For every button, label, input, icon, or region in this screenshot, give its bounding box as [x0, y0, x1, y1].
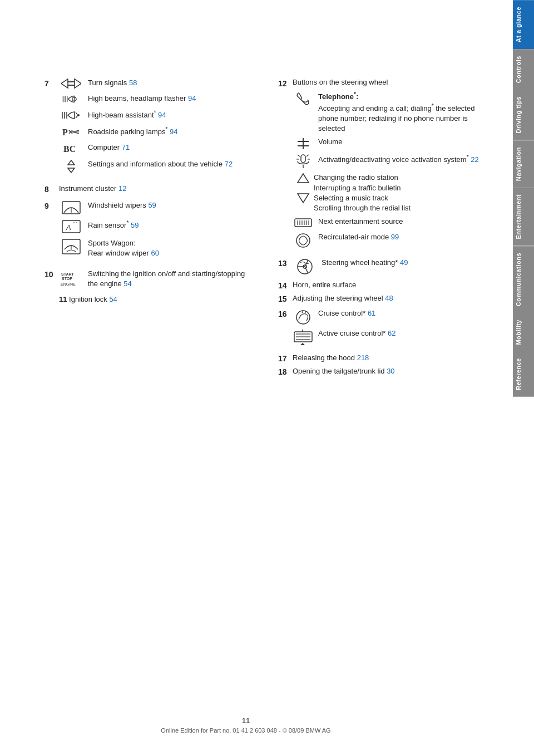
settings-row: Settings and information about the vehic…	[59, 159, 256, 174]
active-cruise-icon	[293, 328, 314, 345]
cruise-control-page[interactable]: 61	[368, 309, 375, 317]
item-10-page[interactable]: 54	[123, 279, 131, 288]
turn-signals-row: Turn signals 58	[59, 78, 256, 89]
tab-controls[interactable]: Controls	[513, 49, 534, 90]
item-16: 16	[278, 308, 496, 348]
svg-text:P: P	[62, 127, 68, 137]
item-11-page[interactable]: 54	[109, 295, 117, 303]
svg-marker-39	[298, 194, 309, 203]
item-9-number: 9	[44, 202, 56, 210]
svg-marker-38	[298, 174, 309, 183]
svg-text:BC: BC	[63, 144, 76, 154]
item-17-page[interactable]: 218	[357, 354, 369, 362]
turn-signals-text: Turn signals 58	[88, 78, 256, 88]
item-18: 18 Opening the tailgate/trunk lid 30	[278, 366, 496, 376]
main-content: 7 Turn signals 58	[0, 0, 513, 756]
rain-sensor-page[interactable]: 59	[131, 222, 139, 230]
sports-wagon-text: Sports Wagon:Rear window wiper 60	[88, 238, 256, 258]
entertainment-source-text: Next entertainment source	[318, 217, 496, 227]
cruise-control-row: Cruise control* 61	[293, 308, 496, 325]
high-beams-text: High beams, headlamp flasher 94	[88, 94, 256, 104]
computer-icon: BC	[59, 143, 83, 155]
high-beam-assist-text: High-beam assistant* 94	[88, 109, 256, 121]
voice-activation-page[interactable]: 22	[471, 156, 478, 164]
item-17-number: 17	[278, 354, 293, 363]
windshield-wipers-page[interactable]: 59	[148, 201, 156, 209]
parking-lamps-page[interactable]: 94	[170, 127, 177, 136]
cruise-control-icon	[293, 308, 314, 325]
high-beam-assist-page[interactable]: 94	[158, 111, 166, 119]
tab-at-glance[interactable]: At a glance	[513, 0, 534, 49]
active-cruise-row: Active cruise control* 62	[293, 328, 496, 345]
cruise-control-text: Cruise control* 61	[318, 308, 496, 318]
rain-sensor-icon: A	[59, 219, 83, 234]
high-beams-icon	[59, 94, 83, 105]
item-18-text: Opening the tailgate/trunk lid 30	[293, 366, 496, 376]
item-15-text: Adjusting the steering wheel 48	[293, 293, 496, 303]
footer-text: Online Edition for Part no. 01 41 2 603 …	[161, 727, 330, 734]
tab-entertainment[interactable]: Entertainment	[513, 188, 534, 246]
settings-text: Settings and information about the vehic…	[88, 159, 256, 169]
item-12-number: 12	[278, 79, 293, 88]
turn-signals-page[interactable]: 58	[129, 78, 137, 87]
svg-text:START: START	[61, 272, 75, 276]
item-13-page[interactable]: 49	[400, 258, 408, 267]
telephone-icon	[293, 91, 314, 106]
svg-marker-18	[68, 168, 75, 173]
volume-text: Volume	[318, 137, 496, 147]
item-16-content: Cruise control* 61	[293, 308, 496, 348]
parking-lamps-row: P Roadside parking lamps* 94	[59, 126, 256, 138]
tab-reference[interactable]: Reference	[513, 351, 534, 397]
tab-navigation[interactable]: Navigation	[513, 140, 534, 188]
item-7-number: 7	[44, 79, 56, 88]
item-10: 10 START STOP ENGINE Switching the ignit…	[44, 269, 256, 289]
start-stop-icon: START STOP ENGINE	[59, 269, 83, 289]
sports-wagon-row: Sports Wagon:Rear window wiper 60	[59, 238, 256, 258]
right-sidebar: At a glance Controls Driving tips Naviga…	[513, 0, 534, 756]
volume-row: Volume	[293, 137, 496, 150]
high-beam-assist-row: High-beam assistant* 94	[59, 109, 256, 121]
item-8-page[interactable]: 12	[118, 184, 126, 193]
right-column: 12 Buttons on the steering wheel Tel	[278, 78, 496, 380]
item-16-number: 16	[278, 310, 293, 318]
svg-marker-17	[68, 160, 75, 165]
active-cruise-page[interactable]: 62	[388, 329, 395, 337]
tab-communications[interactable]: Communications	[513, 246, 534, 313]
item-18-page[interactable]: 30	[387, 367, 394, 375]
voice-activation-text: Activating/deactivating voice activation…	[318, 154, 496, 165]
svg-point-9	[77, 114, 80, 116]
voice-activation-icon	[293, 154, 314, 169]
left-column: 7 Turn signals 58	[44, 78, 256, 380]
sports-wagon-page[interactable]: 60	[151, 249, 159, 257]
item-11: 11 Ignition lock 54	[59, 294, 256, 305]
high-beams-page[interactable]: 94	[188, 94, 196, 102]
radio-row: Changing the radio station Interrupting …	[293, 173, 496, 213]
item-8: 8 Instrument cluster 12	[44, 184, 256, 194]
svg-rect-21	[62, 220, 80, 233]
item-8-text: Instrument cluster 12	[59, 184, 256, 194]
recirculated-air-row: Recirculated-air mode 99	[293, 232, 496, 249]
active-cruise-text: Active cruise control* 62	[318, 328, 496, 338]
windshield-wipers-icon	[59, 200, 83, 215]
volume-icon	[293, 137, 314, 150]
recirculated-air-page[interactable]: 99	[391, 233, 399, 241]
item-15: 15 Adjusting the steering wheel 48	[278, 293, 496, 303]
tab-driving-tips[interactable]: Driving tips	[513, 90, 534, 140]
item-14-number: 14	[278, 281, 293, 290]
sports-wagon-icon	[59, 238, 83, 255]
item-14-text: Horn, entire surface	[293, 280, 496, 290]
item-10-number: 10	[44, 270, 56, 279]
item-7: 7 Turn signals 58	[44, 78, 256, 178]
two-column-layout: 7 Turn signals 58	[44, 78, 496, 380]
parking-lamps-icon: P	[59, 126, 83, 138]
item-15-page[interactable]: 48	[385, 294, 393, 302]
item-8-number: 8	[44, 185, 56, 194]
computer-row: BC Computer 71	[59, 143, 256, 155]
page-footer: 11 Online Edition for Part no. 01 41 2 6…	[0, 716, 492, 734]
tab-mobility[interactable]: Mobility	[513, 313, 534, 352]
svg-line-35	[306, 155, 309, 156]
telephone-row: Telephone*: Accepting and ending a call;…	[293, 91, 496, 134]
settings-page[interactable]: 72	[225, 160, 233, 168]
item-12: 12 Buttons on the steering wheel Tel	[278, 78, 496, 252]
computer-page[interactable]: 71	[122, 143, 130, 151]
